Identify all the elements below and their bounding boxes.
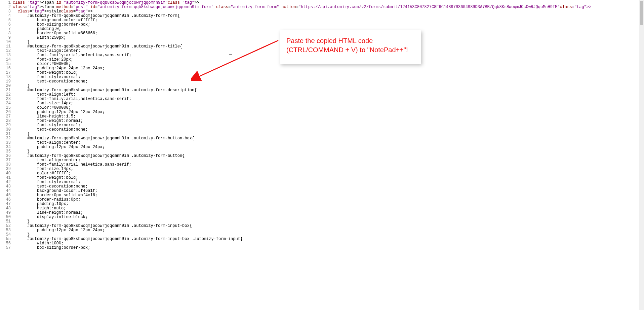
code-line[interactable]: font-style:normal; xyxy=(13,123,639,128)
code-line[interactable]: #automizy-form-qqb8ksbwoqmjocowrjqqomnh9… xyxy=(13,88,639,93)
line-number: 7 xyxy=(0,27,13,31)
code-line[interactable]: #automizy-form-qqb8ksbwoqmjocowrjqqomnh9… xyxy=(13,154,639,158)
code-line[interactable]: text-decoration:none; xyxy=(13,79,639,84)
code-line[interactable]: padding:12px 24px 24px 24px; xyxy=(13,145,639,149)
line-number: 2 xyxy=(0,5,13,9)
code-line[interactable]: font-style:normal; xyxy=(13,180,639,184)
code-line[interactable]: color:#000000; xyxy=(13,106,639,110)
annotation-line2: (CTRL/COMMAND + V) to "NotePad++"! xyxy=(286,46,408,54)
code-line[interactable]: font-size:14px; xyxy=(13,167,639,171)
code-line[interactable]: border:0px solid #af4c16; xyxy=(13,193,639,198)
code-line[interactable]: padding:24px 24px 12px 24px; xyxy=(13,66,639,71)
code-line[interactable]: font-family:arial,helvetica,sans-serif; xyxy=(13,97,639,101)
code-line[interactable]: text-decoration:none; xyxy=(13,184,639,189)
code-line[interactable]: font-weight:normal; xyxy=(13,119,639,123)
code-line[interactable]: class="tag"><form method="post" id="auto… xyxy=(13,5,639,9)
code-line[interactable]: border-radius:0px; xyxy=(13,198,639,202)
code-line[interactable]: #automizy-form-qqb8ksbwoqmjocowrjqqomnh9… xyxy=(13,237,639,241)
code-line[interactable]: width:100%; xyxy=(13,241,639,246)
code-line[interactable]: line-height:1.5; xyxy=(13,114,639,119)
code-line[interactable]: background-color:#f46a1f; xyxy=(13,189,639,193)
line-number-gutter: 1234567891011121314151617181920212223242… xyxy=(0,0,13,310)
code-line[interactable]: background-color:#ffffff; xyxy=(13,18,639,23)
code-line[interactable]: #automizy-form-qqb8ksbwoqmjocowrjqqomnh9… xyxy=(13,224,639,228)
code-line[interactable]: font-family:arial,helvetica,sans-serif; xyxy=(13,163,639,167)
code-line[interactable]: height:auto; xyxy=(13,206,639,211)
line-number: 3 xyxy=(0,9,13,14)
line-number: 8 xyxy=(0,31,13,36)
code-line[interactable]: font-weight:bold; xyxy=(13,71,639,75)
vertical-scrollbar[interactable] xyxy=(639,0,644,310)
code-line[interactable]: #automizy-form-qqb8ksbwoqmjocowrjqqomnh9… xyxy=(13,14,639,18)
code-line[interactable]: padding:10px; xyxy=(13,202,639,206)
annotation-callout: Paste the copied HTML code (CTRL/COMMAND… xyxy=(280,30,421,64)
code-line[interactable]: line-height:normal; xyxy=(13,211,639,215)
code-line[interactable]: box-sizing:border-box; xyxy=(13,23,639,27)
line-number: 57 xyxy=(0,246,13,250)
line-number: 5 xyxy=(0,18,13,23)
code-line[interactable]: box-sizing:border-box; xyxy=(13,246,639,250)
line-number: 6 xyxy=(0,23,13,27)
code-line[interactable]: padding:12px 24px 12px 24px; xyxy=(13,110,639,114)
line-number: 4 xyxy=(0,14,13,18)
text-cursor-icon xyxy=(230,49,231,55)
code-line[interactable]: text-decoration:none; xyxy=(13,128,639,132)
code-line[interactable]: #automizy-form-qqb8ksbwoqmjocowrjqqomnh9… xyxy=(13,136,639,141)
code-line[interactable]: color:#ffffff; xyxy=(13,171,639,176)
code-line[interactable]: font-size:14px; xyxy=(13,101,639,106)
line-number: 1 xyxy=(0,1,13,5)
scrollbar-thumb[interactable] xyxy=(640,1,643,25)
annotation-line1: Paste the copied HTML code xyxy=(286,37,373,44)
code-line[interactable]: text-align:center; xyxy=(13,141,639,145)
code-line[interactable]: font-style:normal; xyxy=(13,75,639,79)
code-line[interactable]: display:inline-block; xyxy=(13,215,639,219)
annotation-text: Paste the copied HTML code (CTRL/COMMAND… xyxy=(286,36,414,55)
code-line[interactable]: font-weight:bold; xyxy=(13,176,639,180)
code-line[interactable]: padding:12px 24px 12px 24px; xyxy=(13,228,639,233)
